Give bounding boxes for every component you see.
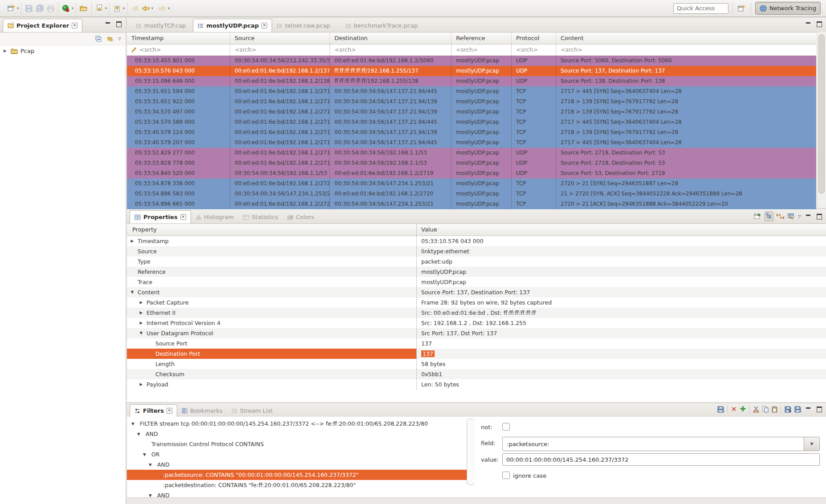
tree-mode-button[interactable] [765, 211, 773, 221]
column-header-reference[interactable]: Reference [452, 33, 512, 44]
filter-tree-row[interactable]: ▼AND [127, 459, 475, 470]
expand-arrow-icon[interactable]: ▼ [130, 422, 135, 426]
filter-cell-source[interactable]: <srch> [230, 45, 330, 55]
scrollbar-thumb[interactable] [818, 34, 825, 194]
filter-tree-row[interactable]: :packetdestination: CONTAINS "fe:ff:20:0… [127, 480, 475, 490]
property-row[interactable]: TracemostlyUDP.pcap [127, 277, 826, 287]
filter-tree-row[interactable]: :packetsource: CONTAINS "00:00:01:00:00:… [127, 470, 475, 480]
expand-arrow-icon[interactable]: ▶ [138, 297, 144, 308]
ignore-case-checkbox[interactable] [502, 471, 510, 479]
view-menu-icon[interactable]: ▽ [798, 214, 801, 219]
column-header-protocol[interactable]: Protocol [512, 33, 556, 44]
forward-button[interactable] [157, 3, 167, 14]
property-row[interactable]: ReferencemostlyUDP.pcap [127, 267, 826, 277]
open-perspective-button[interactable] [736, 3, 747, 14]
expand-arrow-icon[interactable]: ▶ [138, 318, 144, 328]
forward-dropdown[interactable]: ▾ [168, 6, 170, 10]
tab-stream-list[interactable]: Stream List [227, 405, 277, 417]
not-checkbox[interactable] [502, 423, 510, 431]
link-with-editor-icon[interactable] [106, 36, 114, 42]
capture-button[interactable] [61, 3, 71, 14]
filter-tree-scrollbar[interactable] [467, 419, 475, 485]
save-button[interactable] [24, 3, 34, 14]
filter-tree-row[interactable]: Transmission Control Protocol CONTAINS [127, 439, 475, 449]
property-row[interactable]: Destination Port137 [127, 349, 826, 359]
expand-arrow-icon[interactable]: ▼ [148, 463, 153, 467]
value-input[interactable] [502, 453, 820, 466]
column-header-property[interactable]: Property [127, 224, 416, 236]
expand-arrow-icon[interactable]: ▼ [130, 287, 135, 297]
pin-view-icon[interactable] [754, 213, 761, 219]
property-row[interactable]: Typepacket:udp [127, 256, 826, 267]
new-wizard-button[interactable] [6, 3, 16, 14]
export-button[interactable] [112, 3, 122, 14]
column-header-timestamp[interactable]: Timestamp [127, 33, 230, 44]
filter-tree-row[interactable]: ▼AND [127, 429, 475, 439]
column-header-source[interactable]: Source [230, 33, 330, 44]
import-button[interactable] [94, 3, 105, 14]
packet-row[interactable]: 05:33:54.878 338 00000:e0:ed:01:6e:bd/19… [127, 179, 816, 189]
add-filter-icon[interactable]: ✚ [740, 406, 746, 413]
paste-icon[interactable] [772, 406, 777, 413]
expand-arrow-icon[interactable]: ▶ [130, 236, 135, 246]
export-table-icon[interactable] [787, 213, 795, 219]
packet-row[interactable]: 05:33:15.096 646 00000:e0:ed:01:6e:bd/19… [127, 76, 816, 86]
filter-cell-destination[interactable]: <srch> [330, 45, 452, 55]
save-filter-as-icon[interactable] [794, 406, 801, 413]
packet-row[interactable]: 05:33:40.579 207 00000:e0:ed:01:6e:bd/19… [127, 138, 816, 148]
tab-mostlytcp[interactable]: mostlyTCP.cap [131, 19, 190, 32]
filter-cell-reference[interactable]: <srch> [452, 45, 512, 55]
property-row[interactable]: Length58 bytes [127, 359, 826, 369]
expand-arrow-icon[interactable]: ▶ [138, 379, 144, 390]
packet-row[interactable]: 05:33:52.829 277 00000:e0:ed:01:6e:bd/19… [127, 148, 816, 158]
packet-row[interactable]: 05:33:54.840 520 00000:30:54:00:34:56/19… [127, 168, 816, 179]
expand-arrow-icon[interactable]: ▶ [4, 49, 8, 53]
expand-arrow-icon[interactable]: ▼ [148, 493, 153, 498]
save-all-button[interactable] [34, 3, 45, 14]
packet-row[interactable]: 05:33:53.828 778 00000:e0:ed:01:6e:bd/19… [127, 158, 816, 168]
last-edit-button[interactable] [130, 3, 140, 14]
packet-row[interactable]: 05:33:40.579 124 00000:e0:ed:01:6e:bd/19… [127, 127, 816, 138]
save-all-filters-icon[interactable] [785, 406, 791, 413]
tab-bookmarks[interactable]: Bookmarks [177, 405, 227, 417]
maximize-icon[interactable] [815, 20, 823, 28]
expand-arrow-icon[interactable]: ▼ [138, 328, 144, 338]
close-icon[interactable]: ✕ [261, 23, 267, 28]
filter-cell-protocol[interactable]: <srch> [512, 45, 556, 55]
tab-filters[interactable]: Filters ✕ [130, 404, 177, 417]
expand-arrow-icon[interactable]: ▼ [142, 452, 147, 457]
packet-row[interactable]: 05:33:10.455 801 00000:30:54:00:34:56/21… [127, 56, 816, 66]
maximize-icon[interactable] [815, 212, 823, 220]
packet-row[interactable]: 05:33:31.651 594 00000:e0:ed:01:6e:bd/19… [127, 86, 816, 97]
combo-dropdown-button[interactable]: ▼ [804, 437, 819, 451]
tab-statistics[interactable]: Statistics [238, 211, 282, 224]
field-combobox[interactable]: :packetsource: ▼ [502, 437, 820, 451]
column-header-destination[interactable]: Destination [330, 33, 452, 44]
filter-tree-row[interactable]: ▼OR [127, 449, 475, 459]
maximize-icon[interactable] [815, 405, 823, 413]
minimize-icon[interactable] [104, 20, 112, 28]
maximize-icon[interactable] [115, 20, 123, 28]
expand-arrow-icon[interactable]: ▶ [138, 308, 144, 318]
close-icon[interactable]: ✕ [167, 408, 172, 414]
packet-row[interactable]: 05:33:54.896 665 00000:e0:ed:01:6e:bd/19… [127, 199, 816, 209]
filter-cell-timestamp[interactable]: <srch> [127, 45, 230, 55]
tab-properties[interactable]: Properties ✕ [130, 210, 191, 224]
minimize-icon[interactable] [804, 405, 812, 413]
tab-histogram[interactable]: Histogram [191, 211, 238, 224]
new-wizard-dropdown[interactable]: ▾ [17, 6, 19, 10]
back-button[interactable] [140, 3, 151, 14]
packet-row[interactable]: 05:33:31.651 922 00000:e0:ed:01:6e:bd/19… [127, 97, 816, 107]
property-row[interactable]: Sourcelinktype:ethernet [127, 246, 826, 256]
packet-row[interactable]: 05:33:34.570 589 00000:e0:ed:01:6e:bd/19… [127, 117, 816, 127]
packet-table-scrollbar[interactable] [817, 32, 826, 208]
minimize-icon[interactable] [804, 20, 812, 28]
filter-cell-content[interactable]: <srch> [556, 45, 816, 55]
filter-tree-row[interactable]: ▼FILTER stream tcp 00:00:01:00:00:00/145… [127, 419, 475, 429]
expand-arrow-icon[interactable]: ▼ [136, 432, 141, 436]
property-row[interactable]: ▼ContentSource Port: 137, Destination Po… [127, 287, 826, 297]
close-icon[interactable]: ✕ [180, 214, 186, 220]
property-row[interactable]: ▶PayloadLen: 50 bytes [127, 379, 826, 390]
export-dropdown[interactable]: ▾ [123, 6, 125, 10]
quick-access-input[interactable] [673, 3, 728, 14]
